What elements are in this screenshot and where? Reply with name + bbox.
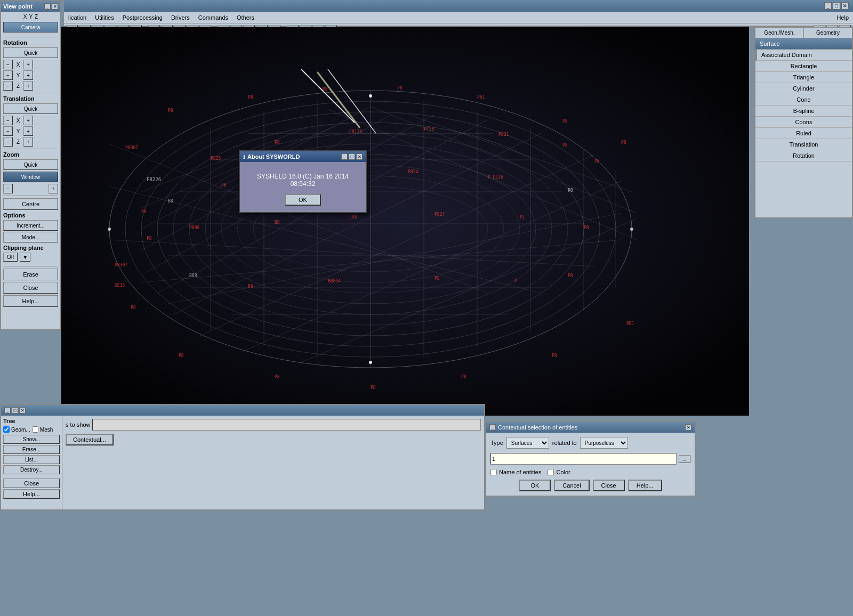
svg-text:P8307: P8307 xyxy=(125,145,138,150)
about-maximize-btn[interactable]: □ xyxy=(349,153,355,160)
centre-btn[interactable]: Centre xyxy=(3,198,58,210)
svg-text:P8: P8 xyxy=(275,375,280,379)
entities-input[interactable] xyxy=(92,419,481,431)
translation-type-btn[interactable]: Translation xyxy=(755,139,852,150)
ctx-minimize-btn[interactable]: _ xyxy=(489,424,496,431)
coons-btn[interactable]: Coons xyxy=(755,117,852,128)
ctx-help-btn[interactable]: Help... xyxy=(628,480,662,491)
rotation-z-label: Z xyxy=(14,83,22,89)
about-minimize-btn[interactable]: _ xyxy=(341,153,348,160)
trans-y-minus[interactable]: − xyxy=(3,126,13,136)
panel-close[interactable]: ✕ xyxy=(52,3,58,10)
maximize-btn[interactable]: □ xyxy=(833,2,840,10)
z-label: Z xyxy=(35,14,38,20)
trans-x-minus[interactable]: − xyxy=(3,116,13,125)
svg-text:P8: P8 xyxy=(461,375,466,379)
trans-z-plus[interactable]: + xyxy=(23,137,33,147)
svg-text:P808: P808 xyxy=(189,225,199,230)
menu-postprocessing[interactable]: Postprocessing xyxy=(120,13,165,22)
rotation-x-plus[interactable]: + xyxy=(23,60,33,69)
trans-x-plus[interactable]: + xyxy=(23,116,33,125)
tree-close-btn[interactable]: Close xyxy=(3,479,60,488)
tree-show-btn[interactable]: Show... xyxy=(3,435,60,444)
bspline-btn[interactable]: B-spline xyxy=(755,106,852,117)
mode-btn[interactable]: Mode... xyxy=(3,232,58,242)
rotation-y-minus[interactable]: − xyxy=(3,70,13,80)
zoom-window-btn[interactable]: Window xyxy=(3,172,58,182)
options-label: Options xyxy=(3,212,58,218)
mesh-checkbox[interactable] xyxy=(32,426,38,433)
increment-btn[interactable]: Increment... xyxy=(3,220,58,231)
viewport[interactable]: P8307 P8 P8 P8 P8 P61 P8 P8 P8 P8307 P8 … xyxy=(61,27,749,416)
rectangle-btn[interactable]: Rectangle xyxy=(755,61,852,72)
zoom-minus[interactable]: − xyxy=(3,184,13,193)
triangle-btn[interactable]: Triangle xyxy=(755,72,852,83)
rotation-z-minus[interactable]: − xyxy=(3,81,13,91)
associated-domain-btn[interactable]: Associated Domain xyxy=(755,50,852,61)
svg-text:GE15: GE15 xyxy=(115,283,125,288)
translation-quick-btn[interactable]: Quick xyxy=(3,103,58,114)
tree-destroy-btn[interactable]: Destroy... xyxy=(3,465,60,474)
camera-button[interactable]: Camera xyxy=(3,22,58,33)
menu-utilities[interactable]: Utilities xyxy=(93,13,116,22)
minimize-btn[interactable]: _ xyxy=(824,2,832,10)
bottom-tree-panel: _ □ ✕ Tree Geom. . Mesh Show... Erase...… xyxy=(0,404,485,510)
close-btn[interactable]: ✕ xyxy=(841,2,849,10)
trans-z-minus[interactable]: − xyxy=(3,137,13,147)
svg-text:P821: P821 xyxy=(498,132,509,137)
ctx-cancel-btn[interactable]: Cancel xyxy=(554,480,589,491)
erase-btn[interactable]: Erase xyxy=(3,269,58,280)
about-content: SYSHELD 16.0 (C) Jan 16 2014 08:54:32 xyxy=(248,173,357,188)
clipping-arrow-btn[interactable]: ▼ xyxy=(20,253,30,262)
entity-name-input[interactable] xyxy=(490,453,677,465)
translation-label: Translation xyxy=(3,95,58,102)
tab-geometry[interactable]: Geometry xyxy=(804,28,852,38)
tree-erase-btn[interactable]: Erase... xyxy=(3,445,60,454)
menu-others[interactable]: Others xyxy=(235,13,256,22)
svg-text:P825: P825 xyxy=(211,156,221,161)
menu-help[interactable]: Help xyxy=(834,13,851,22)
help-btn[interactable]: Help... xyxy=(3,295,58,307)
purposeless-select[interactable]: Purposeless xyxy=(580,437,628,449)
color-checkbox[interactable] xyxy=(548,469,554,475)
rotation-z-plus[interactable]: + xyxy=(23,81,33,91)
geom-label: Geom. xyxy=(11,427,27,433)
menu-commands[interactable]: Commands xyxy=(196,13,230,22)
surfaces-select[interactable]: Surfaces xyxy=(506,437,549,449)
trans-x-label: X xyxy=(14,118,22,124)
entity-browse-btn[interactable]: ... xyxy=(679,455,690,463)
rotation-quick-btn[interactable]: Quick xyxy=(3,47,58,58)
surface-btn[interactable]: Surface xyxy=(755,38,852,50)
close-btn[interactable]: Close xyxy=(3,282,58,294)
bottom-minimize-btn[interactable]: _ xyxy=(4,407,11,414)
entities-text: s to show xyxy=(66,422,90,428)
tab-geon-mesh[interactable]: Geon./Mesh. xyxy=(755,28,804,38)
contextual-btn[interactable]: Contextual... xyxy=(66,434,114,445)
menu-drivers[interactable]: Drivers xyxy=(169,13,192,22)
zoom-plus[interactable]: + xyxy=(49,184,58,193)
bottom-maximize-btn[interactable]: □ xyxy=(12,407,18,414)
name-checkbox[interactable] xyxy=(490,469,497,475)
clipping-off-btn[interactable]: Off xyxy=(3,253,18,262)
ctx-close-btn[interactable]: Close xyxy=(593,480,625,491)
cylinder-btn[interactable]: Cylinder xyxy=(755,83,852,94)
about-close-btn[interactable]: ✕ xyxy=(356,153,363,160)
svg-text:P1: P1 xyxy=(520,215,525,220)
ctx-close-x-btn[interactable]: ✕ xyxy=(685,424,691,431)
zoom-quick-btn[interactable]: Quick xyxy=(3,159,58,170)
tree-help-btn[interactable]: Help... xyxy=(3,489,60,499)
about-ok-btn[interactable]: OK xyxy=(285,194,321,206)
rotation-y-plus[interactable]: + xyxy=(23,70,33,80)
menu-lication[interactable]: lication xyxy=(66,13,88,22)
left-panel: View point _ ✕ X Y Z Camera Rotation Qui… xyxy=(0,0,61,330)
ruled-btn[interactable]: Ruled xyxy=(755,128,852,139)
rotation-x-minus[interactable]: − xyxy=(3,60,13,69)
panel-minimize[interactable]: _ xyxy=(44,3,51,10)
tree-list-btn[interactable]: List... xyxy=(3,455,60,464)
cone-btn[interactable]: Cone xyxy=(755,94,852,106)
bottom-close-btn[interactable]: ✕ xyxy=(19,407,26,414)
rotation-type-btn[interactable]: Rotation xyxy=(755,150,852,161)
ctx-ok-btn[interactable]: OK xyxy=(519,480,551,491)
geom-checkbox[interactable] xyxy=(3,426,10,433)
trans-y-plus[interactable]: + xyxy=(23,126,33,136)
